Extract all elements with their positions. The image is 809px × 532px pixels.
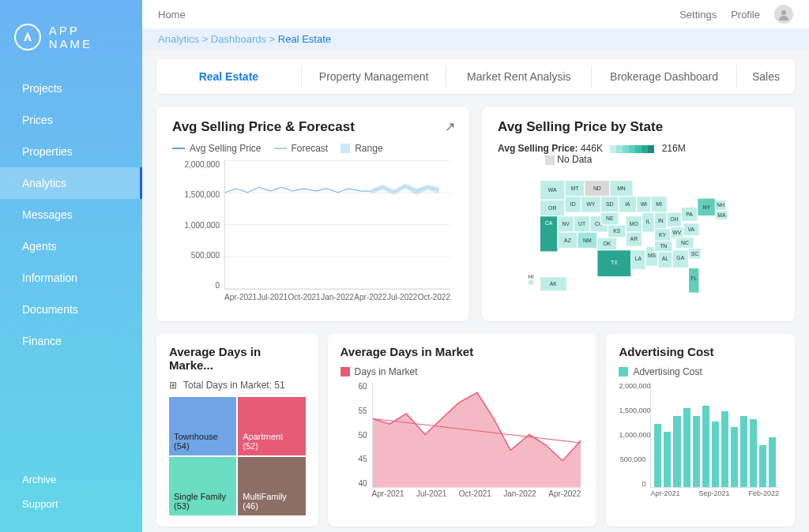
legend: Avg Selling Price Forecast Range	[172, 143, 453, 154]
expand-icon[interactable]: ↗	[445, 119, 455, 134]
svg-text:AL: AL	[662, 256, 669, 261]
main: Home Settings Profile Analytics > Dashbo…	[142, 0, 809, 532]
sidebar-item-support[interactable]: Support	[0, 492, 142, 516]
treemap-cell[interactable]: Townhouse (54)	[169, 397, 236, 455]
svg-text:WA: WA	[548, 187, 557, 193]
svg-marker-1	[371, 183, 439, 195]
tab-market-rent[interactable]: Market Rent Analysis	[446, 66, 592, 88]
us-map[interactable]: WA OR MT ND MN ID WY SD IA WI MI CA NV U…	[498, 171, 779, 305]
sidebar-item-documents[interactable]: Documents	[0, 294, 142, 325]
card-title: Avg Selling Price by State	[498, 119, 779, 135]
svg-text:SD: SD	[606, 201, 614, 207]
breadcrumb-analytics[interactable]: Analytics	[158, 33, 199, 45]
svg-text:ID: ID	[570, 201, 576, 207]
svg-text:ND: ND	[593, 185, 601, 191]
content: Avg Selling Price & Forecast ↗ Avg Selli…	[142, 94, 809, 532]
svg-text:NM: NM	[583, 238, 592, 243]
card-forecast: Avg Selling Price & Forecast ↗ Avg Selli…	[156, 107, 469, 321]
svg-text:VA: VA	[688, 227, 695, 232]
card-days-line: Average Days in Market Days in Market 60…	[328, 334, 597, 526]
svg-text:KS: KS	[613, 228, 621, 234]
card-title: Average Days in Market	[341, 345, 585, 358]
logo: APP NAME	[0, 0, 142, 73]
svg-text:TX: TX	[611, 260, 618, 265]
svg-text:MO: MO	[630, 221, 638, 227]
tabs: Real Estate Property Management Market R…	[156, 59, 795, 94]
card-title: Advertising Cost	[619, 345, 782, 358]
svg-text:WY: WY	[586, 201, 595, 207]
svg-text:MI: MI	[656, 201, 662, 207]
treemap-cell[interactable]: Apartment (52)	[238, 397, 305, 455]
svg-text:NV: NV	[562, 221, 570, 227]
svg-text:MA: MA	[717, 212, 726, 218]
svg-text:MS: MS	[648, 253, 657, 258]
svg-text:OR: OR	[548, 205, 556, 211]
sidebar-item-projects[interactable]: Projects	[0, 73, 142, 104]
svg-text:CA: CA	[545, 220, 553, 226]
svg-point-87	[529, 279, 534, 285]
svg-text:AK: AK	[550, 281, 558, 287]
tree-icon: ⊞	[169, 380, 177, 391]
svg-text:AR: AR	[630, 236, 638, 242]
advertising-chart: 2,000,000 1,500,000 1,000,000 500,000 0 …	[619, 382, 782, 500]
svg-text:UT: UT	[578, 221, 585, 227]
svg-text:MN: MN	[617, 185, 626, 191]
treemap-subtitle: ⊞ Total Days in Market: 51	[169, 380, 306, 391]
svg-text:IA: IA	[625, 201, 630, 207]
sidebar-item-prices[interactable]: Prices	[0, 104, 142, 136]
sidebar-item-information[interactable]: Information	[0, 262, 142, 294]
svg-text:HI: HI	[529, 274, 534, 279]
card-advertising: Advertising Cost Advertising Cost 2,000,…	[606, 334, 795, 526]
svg-text:GA: GA	[676, 255, 684, 260]
avatar[interactable]	[774, 5, 793, 24]
topbar: Home Settings Profile	[142, 0, 809, 28]
legend-item: Forecast	[274, 143, 329, 154]
sidebar-item-properties[interactable]: Properties	[0, 136, 142, 167]
sidebar: APP NAME Projects Prices Properties Anal…	[0, 0, 142, 532]
card-title: Average Days in Marke...	[169, 345, 306, 372]
svg-text:AZ: AZ	[564, 238, 571, 243]
map-legend: Avg Selling Price: 446K 216M No Data	[498, 143, 779, 165]
treemap[interactable]: Townhouse (54) Apartment (52) Single Fam…	[169, 397, 306, 515]
svg-text:KY: KY	[659, 232, 667, 238]
sidebar-item-analytics[interactable]: Analytics	[0, 167, 142, 199]
card-state-map: Avg Selling Price by State Avg Selling P…	[482, 107, 795, 321]
days-chart: 60 55 50 45 40 Apr-2021	[341, 382, 585, 500]
svg-text:LA: LA	[635, 256, 642, 261]
home-link[interactable]: Home	[158, 9, 186, 21]
sidebar-item-messages[interactable]: Messages	[0, 199, 142, 230]
tab-property-management[interactable]: Property Management	[302, 66, 447, 88]
legend-item: Avg Selling Price	[172, 143, 262, 154]
tab-brokerage[interactable]: Brokerage Dashboard	[592, 66, 737, 88]
svg-text:SC: SC	[691, 251, 699, 257]
nav-bottom: Archive Support	[0, 467, 142, 532]
sidebar-item-finance[interactable]: Finance	[0, 325, 142, 357]
breadcrumb: Analytics > Dashboards > Real Estate	[142, 28, 809, 50]
card-title: Avg Selling Price & Forecast	[172, 119, 453, 135]
sidebar-item-archive[interactable]: Archive	[0, 467, 142, 492]
profile-link[interactable]: Profile	[731, 9, 760, 21]
svg-text:TN: TN	[660, 243, 667, 249]
settings-link[interactable]: Settings	[679, 9, 717, 21]
legend-item: Range	[341, 143, 382, 154]
treemap-cell[interactable]: MultiFamily (46)	[238, 457, 305, 515]
treemap-cell[interactable]: Single Family (53)	[169, 457, 236, 515]
svg-text:IL: IL	[646, 219, 651, 224]
tab-real-estate[interactable]: Real Estate	[156, 66, 302, 88]
logo-text: APP NAME	[49, 24, 128, 51]
svg-text:OK: OK	[603, 241, 611, 246]
breadcrumb-dashboards[interactable]: Dashboards	[211, 33, 266, 45]
svg-text:NH: NH	[717, 202, 724, 208]
svg-text:NC: NC	[681, 240, 689, 245]
breadcrumb-real-estate[interactable]: Real Estate	[278, 33, 331, 45]
svg-text:NY: NY	[702, 204, 710, 210]
nav-main: Projects Prices Properties Analytics Mes…	[0, 73, 142, 467]
svg-text:PA: PA	[686, 212, 693, 217]
svg-text:NE: NE	[606, 215, 614, 221]
svg-text:OH: OH	[670, 216, 678, 222]
svg-text:IN: IN	[658, 218, 664, 223]
sidebar-item-agents[interactable]: Agents	[0, 230, 142, 262]
tab-sales[interactable]: Sales	[737, 66, 795, 88]
svg-text:FL: FL	[690, 275, 697, 281]
logo-icon	[14, 24, 41, 51]
